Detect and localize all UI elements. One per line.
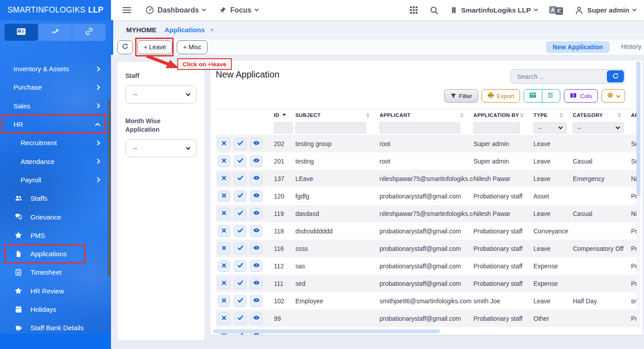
approve-button[interactable] bbox=[234, 138, 246, 150]
list-view-button[interactable] bbox=[542, 90, 560, 102]
column-header-id[interactable]: ID bbox=[274, 112, 295, 118]
reject-button[interactable] bbox=[218, 260, 230, 272]
reject-button[interactable] bbox=[218, 225, 230, 237]
dashboards-menu[interactable]: Dashboards bbox=[145, 6, 205, 14]
sidebar-item-attendance[interactable]: Attendance bbox=[0, 152, 111, 170]
reject-button[interactable] bbox=[218, 208, 230, 220]
category-filter-select[interactable]: -- bbox=[573, 122, 624, 134]
sidebar-item-hr[interactable]: HR bbox=[0, 115, 111, 134]
sidebar-item-purchase[interactable]: Purchase bbox=[0, 78, 111, 96]
approve-button[interactable] bbox=[234, 278, 246, 289]
chevron-down-icon bbox=[616, 125, 620, 129]
sidebar-tab-modules[interactable] bbox=[4, 24, 38, 41]
tab-close-icon[interactable]: × bbox=[210, 26, 214, 33]
sidebar-item-timesheet[interactable]: Timesheet bbox=[0, 263, 111, 281]
month-wise-select[interactable]: -- bbox=[125, 139, 196, 157]
reject-button[interactable] bbox=[218, 313, 230, 324]
sidebar-item-recruitment[interactable]: Recruitment bbox=[0, 134, 111, 152]
add-misc-button[interactable]: + Misc bbox=[177, 40, 208, 54]
view-button[interactable] bbox=[250, 243, 262, 254]
search-refresh-button[interactable] bbox=[607, 70, 624, 82]
column-header-category[interactable]: CATEGORY bbox=[573, 112, 631, 118]
refresh-button[interactable] bbox=[117, 40, 133, 54]
view-button[interactable] bbox=[250, 155, 262, 167]
view-button[interactable] bbox=[250, 278, 262, 289]
sidebar-item-pms[interactable]: PMS bbox=[0, 226, 111, 245]
applicant-filter-input[interactable] bbox=[380, 122, 460, 134]
history-tab[interactable]: History bbox=[621, 43, 641, 50]
approve-button[interactable] bbox=[234, 260, 246, 272]
sidebar-tab-links[interactable] bbox=[72, 24, 106, 41]
application-by-filter-input[interactable] bbox=[473, 122, 520, 134]
cell-id: 201 bbox=[274, 158, 295, 165]
sidebar-item-holidays[interactable]: Holidays bbox=[0, 300, 111, 319]
columns-button[interactable]: Cols bbox=[564, 89, 598, 103]
view-button[interactable] bbox=[250, 138, 262, 150]
search-icon[interactable] bbox=[430, 6, 439, 15]
sidebar-item-sales[interactable]: Sales bbox=[0, 97, 111, 115]
sidebar-item-inventory-assets[interactable]: Inventory & Assets bbox=[0, 60, 111, 78]
x-icon bbox=[221, 280, 227, 287]
approve-button[interactable] bbox=[234, 295, 246, 307]
id-filter-input[interactable] bbox=[274, 122, 293, 134]
cell-application-by: Super admin bbox=[473, 140, 533, 147]
company-selector[interactable]: SmartinfoLogiks LLP bbox=[450, 6, 537, 14]
chevron-right-icon bbox=[95, 177, 100, 182]
sidebar-item-hr-review[interactable]: HR Review bbox=[0, 282, 111, 300]
type-filter-select[interactable]: -- bbox=[533, 122, 567, 134]
approve-button[interactable] bbox=[234, 190, 246, 202]
add-leave-button[interactable]: + Leave bbox=[137, 40, 172, 54]
sidebar-item-grievance[interactable]: Grievance bbox=[0, 207, 111, 226]
approve-button[interactable] bbox=[234, 225, 246, 237]
brand-logo[interactable]: SMARTINFOLOGIKS LLP bbox=[0, 0, 111, 20]
new-application-tab[interactable]: New Application bbox=[546, 41, 610, 53]
sidebar-item-payroll[interactable]: Payroll bbox=[0, 171, 111, 189]
sidebar-item-applications[interactable]: Applications bbox=[0, 245, 111, 263]
breadcrumb-active-tab[interactable]: Applications bbox=[165, 26, 205, 34]
cell-type: Expense bbox=[533, 280, 573, 287]
filter-icon bbox=[450, 93, 456, 99]
view-button[interactable] bbox=[250, 208, 262, 220]
horizontal-scrollbar-thumb[interactable] bbox=[213, 329, 440, 333]
column-header-application-by[interactable]: APPLICATION BY bbox=[473, 112, 533, 118]
hamburger-icon[interactable] bbox=[122, 5, 132, 15]
export-button[interactable]: Export bbox=[482, 89, 520, 103]
view-button[interactable] bbox=[250, 225, 262, 237]
view-button[interactable] bbox=[250, 173, 262, 185]
view-toggle-group bbox=[524, 89, 560, 103]
view-button[interactable] bbox=[250, 190, 262, 202]
apps-grid-icon[interactable] bbox=[409, 6, 418, 14]
column-header-type[interactable]: TYPE bbox=[533, 112, 573, 118]
approve-button[interactable] bbox=[234, 208, 246, 220]
subject-filter-input[interactable] bbox=[295, 122, 366, 134]
reject-button[interactable] bbox=[218, 243, 230, 254]
settings-button[interactable] bbox=[601, 89, 625, 103]
approve-button[interactable] bbox=[234, 313, 246, 324]
staff-select[interactable]: -- bbox=[125, 86, 196, 103]
view-button[interactable] bbox=[250, 313, 262, 324]
focus-menu[interactable]: Focus bbox=[219, 6, 258, 14]
table-view-button[interactable] bbox=[524, 90, 542, 102]
reject-button[interactable] bbox=[218, 155, 230, 167]
reject-button[interactable] bbox=[218, 173, 230, 185]
translate-icon[interactable]: A bbox=[549, 5, 563, 15]
user-menu[interactable]: Super admin bbox=[575, 6, 636, 15]
reject-button[interactable] bbox=[218, 138, 230, 150]
column-header-subject[interactable]: SUBJECT bbox=[295, 112, 380, 118]
approve-button[interactable] bbox=[234, 155, 246, 167]
sidebar-tab-analytics[interactable] bbox=[38, 24, 72, 41]
column-header-applicant[interactable]: APPLICANT bbox=[380, 112, 473, 118]
view-button[interactable] bbox=[250, 295, 262, 307]
sidebar-item-staffs[interactable]: Staffs bbox=[0, 189, 111, 207]
chevron-down-icon bbox=[632, 7, 637, 12]
reject-button[interactable] bbox=[218, 278, 230, 289]
filter-button[interactable]: Filter bbox=[444, 89, 478, 103]
breadcrumb-home[interactable]: MYHOME bbox=[126, 26, 157, 34]
vertical-scrollbar-thumb[interactable] bbox=[636, 61, 640, 196]
sidebar-scrollbar[interactable] bbox=[108, 99, 111, 277]
approve-button[interactable] bbox=[234, 243, 246, 254]
approve-button[interactable] bbox=[234, 173, 246, 185]
reject-button[interactable] bbox=[218, 295, 230, 307]
view-button[interactable] bbox=[250, 260, 262, 272]
reject-button[interactable] bbox=[218, 190, 230, 202]
